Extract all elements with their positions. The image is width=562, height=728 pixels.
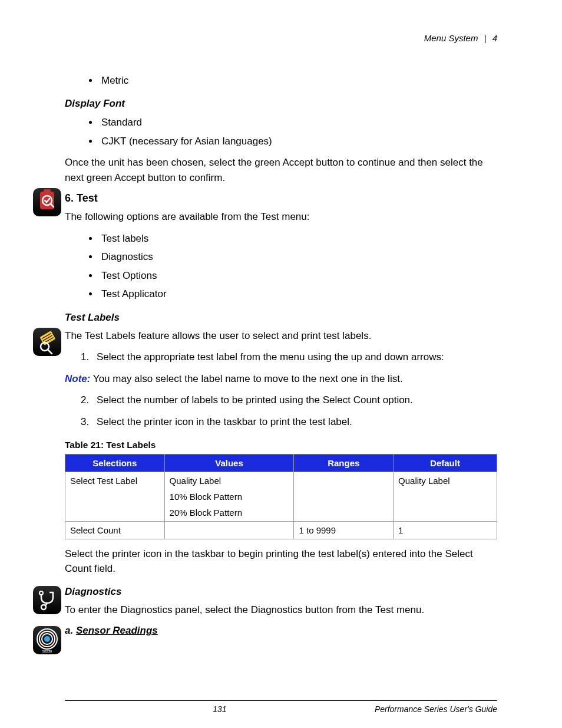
svg-line-9 <box>48 350 52 354</box>
after-table: Select the printer icon in the taskbar t… <box>65 546 497 577</box>
table-header: Ranges <box>294 454 394 472</box>
page-header: Menu System | 4 <box>65 33 497 43</box>
table-caption: Table 21: Test Labels <box>65 440 497 450</box>
sensor-code: 50239 <box>42 650 52 653</box>
cell-selections: Select Count <box>65 521 165 539</box>
svg-point-10 <box>39 591 43 595</box>
list-item: Select the number of labels to be printe… <box>92 391 497 409</box>
sensor-icon: 50239 <box>33 626 61 654</box>
display-font-list: Standard CJKT (necessary for Asian langu… <box>65 113 497 150</box>
test-icon <box>33 188 61 216</box>
display-font-after: Once the unit has been chosen, select th… <box>65 155 497 185</box>
value-item: 20% Block Pattern <box>170 508 289 518</box>
header-divider: | <box>484 33 487 43</box>
list-item: Select the printer icon in the taskbar t… <box>92 413 497 431</box>
footer-page: 131 <box>65 704 375 714</box>
list-item: Select the appropriate test label from t… <box>92 348 497 366</box>
metric-list: Metric <box>65 71 497 90</box>
footer-book: Performance Series User's Guide <box>375 704 497 714</box>
note-text: You may also select the label name to mo… <box>90 373 402 384</box>
test-heading: 6. Test <box>65 192 497 205</box>
test-labels-icon <box>33 328 61 356</box>
header-chapter: 4 <box>492 33 497 43</box>
table-header: Values <box>164 454 294 472</box>
cell-values: Quality Label 10% Block Pattern 20% Bloc… <box>164 472 294 521</box>
list-item: Diagnostics <box>99 248 497 266</box>
cell-ranges: 1 to 9999 <box>294 521 394 539</box>
table-row: Select Count 1 to 9999 1 <box>65 521 497 539</box>
svg-point-12 <box>44 636 50 642</box>
list-item: Test Options <box>99 266 497 285</box>
diagnostics-intro: To enter the Diagnostics panel, select t… <box>65 602 497 618</box>
diagnostics-icon <box>33 586 61 614</box>
list-item: CJKT (necessary for Asian languages) <box>99 132 497 150</box>
sub-prefix: a. <box>65 625 76 636</box>
cell-selections: Select Test Label <box>65 472 165 521</box>
cell-values <box>164 521 294 539</box>
cell-default: Quality Label <box>394 472 497 521</box>
value-item: Quality Label <box>170 476 289 486</box>
cell-ranges <box>294 472 394 521</box>
test-items: Test labels Diagnostics Test Options Tes… <box>65 229 497 304</box>
note-label: Note: <box>65 373 90 384</box>
table-row: Select Test Label Quality Label 10% Bloc… <box>65 472 497 521</box>
test-intro: The following options are available from… <box>65 209 497 225</box>
list-item: Test Applicator <box>99 285 497 303</box>
page-footer: 131 Performance Series User's Guide <box>65 700 497 714</box>
test-labels-steps: Select the appropriate test label from t… <box>65 348 497 366</box>
sensor-readings-heading: a. Sensor Readings <box>65 623 497 638</box>
table-header: Default <box>394 454 497 472</box>
diagnostics-heading: Diagnostics <box>65 586 497 598</box>
display-font-heading: Display Font <box>65 98 497 110</box>
test-labels-heading: Test Labels <box>65 312 497 324</box>
header-section: Menu System <box>424 33 478 43</box>
table-header: Selections <box>65 454 165 472</box>
test-labels-table: Selections Values Ranges Default Select … <box>65 454 497 539</box>
test-labels-note: Note: You may also select the label name… <box>65 371 497 387</box>
cell-default: 1 <box>394 521 497 539</box>
list-item: Metric <box>99 71 497 90</box>
list-item: Standard <box>99 113 497 131</box>
test-labels-intro: The Test Labels feature allows the user … <box>65 328 497 344</box>
svg-rect-1 <box>44 189 51 193</box>
sensor-readings-label: Sensor Readings <box>76 625 158 636</box>
test-labels-steps-cont: Select the number of labels to be printe… <box>65 391 497 431</box>
list-item: Test labels <box>99 229 497 248</box>
value-item: 10% Block Pattern <box>170 492 289 502</box>
